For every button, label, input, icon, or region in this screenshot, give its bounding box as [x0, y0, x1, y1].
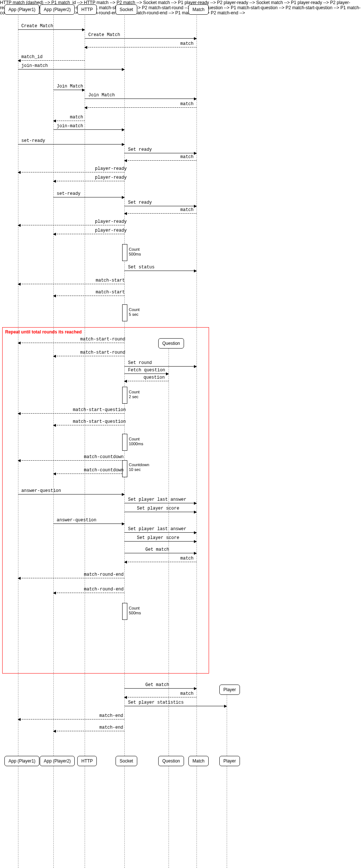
activation-box [122, 603, 127, 620]
msg-label: match [180, 154, 194, 160]
msg-label: answer-question [57, 518, 96, 523]
msg-label: match-countdown [84, 454, 124, 460]
msg-label: match-start-question [73, 407, 126, 412]
msg-label: match-start-round [80, 350, 125, 355]
arrow [53, 90, 85, 90]
participant-p2-bottom: App (Player2) [40, 756, 75, 766]
msg-label: match-end [99, 713, 123, 718]
arrow-return [124, 562, 197, 562]
msg-label: Join Match [88, 93, 115, 98]
note-count: Count5 sec [129, 307, 139, 317]
msg-label: match [70, 115, 83, 120]
participant-socket-bottom: Socket [116, 756, 137, 766]
msg-label: Set player score [137, 535, 179, 540]
arrow-return [18, 413, 124, 414]
activation-box [122, 244, 127, 261]
arrow-return [18, 284, 124, 284]
msg-label: match-end [99, 725, 123, 730]
msg-label: Create Match [21, 24, 53, 29]
arrow [124, 503, 197, 503]
msg-label: match-start [96, 278, 125, 283]
arrow-return [18, 460, 124, 461]
arrow [124, 271, 197, 271]
arrow-return [124, 697, 197, 697]
msg-label: Fetch question [128, 368, 165, 373]
lifeline-player [227, 694, 227, 868]
arrow [18, 494, 124, 494]
activation-box [122, 387, 127, 404]
arrow-return [18, 578, 124, 578]
arrow-return [53, 181, 124, 181]
arrow-return [18, 225, 124, 225]
msg-label: player-ready [95, 219, 127, 224]
arrow-return [53, 731, 124, 731]
arrow-return [124, 160, 197, 161]
msg-label: match-start-question [73, 419, 126, 424]
arrow-return [85, 47, 197, 47]
participant-label: Socket [120, 7, 133, 12]
arrow-return [53, 474, 122, 474]
msg-label: player-ready [95, 166, 127, 171]
msg-label: join-match [21, 63, 48, 68]
sequence-diagram: App (Player1) App (Player2) HTTP Socket … [0, 0, 361, 868]
note-count: Count500ms [129, 247, 141, 257]
participant-match-bottom: Match [188, 756, 209, 766]
msg-label: match-start [96, 290, 125, 295]
arrow [124, 512, 197, 512]
msg-label: Set player score [137, 506, 179, 511]
participant-p1-bottom: App (Player1) [4, 756, 39, 766]
arrow-return [53, 425, 124, 425]
participant-label: HTTP [81, 758, 93, 764]
arrow [53, 524, 124, 524]
arrow-return [18, 60, 85, 61]
arrow-return [124, 213, 197, 214]
msg-label: match-countdown [84, 468, 124, 473]
arrow [124, 706, 227, 706]
participant-http: HTTP [77, 4, 97, 15]
arrow [85, 38, 197, 39]
arrow-return [18, 719, 124, 719]
participant-player: Player [219, 685, 240, 695]
arrow [124, 153, 197, 153]
arrow [124, 541, 197, 542]
msg-label: match [180, 691, 194, 696]
participant-player-bottom: Player [219, 756, 240, 766]
msg-label: question [144, 375, 165, 380]
arrow [18, 144, 124, 144]
msg-label: match-round-end [84, 572, 124, 577]
participant-label: Player [223, 687, 236, 692]
arrow [124, 366, 197, 367]
msg-label: Create Match [88, 32, 120, 37]
msg-label: Set round [128, 360, 152, 365]
msg-label: answer-question [21, 488, 61, 493]
msg-label: set-ready [57, 191, 81, 196]
arrow [53, 129, 124, 130]
msg-label: player-ready [95, 175, 127, 180]
msg-label: match [180, 101, 194, 107]
arrow [18, 69, 124, 69]
msg-label: Set ready [128, 147, 152, 152]
msg-label: match [180, 41, 194, 46]
msg-label: Set player statistics [128, 700, 184, 705]
arrow [124, 553, 197, 553]
msg-label: match-start-round [80, 337, 125, 342]
participant-match: Match [188, 4, 209, 15]
msg-label: join-match [57, 124, 83, 129]
activation-box [122, 434, 127, 451]
msg-label: set-ready [21, 138, 45, 143]
arrow [124, 206, 197, 206]
arrow-return [53, 234, 124, 234]
participant-socket: Socket [116, 4, 137, 15]
msg-label: match [180, 207, 194, 212]
participant-http-bottom: HTTP [77, 756, 97, 766]
participant-question-bottom: Question [158, 756, 184, 766]
participant-label: App (Player2) [44, 7, 71, 12]
msg-label: Set status [128, 265, 155, 270]
arrow-return [53, 121, 85, 121]
arrow [124, 374, 169, 374]
msg-label: Join Match [57, 84, 83, 89]
msg-label: Get match [145, 682, 169, 687]
participant-label: Match [192, 758, 205, 764]
msg-label: match-round-end [84, 587, 124, 592]
arrow-return [18, 172, 124, 172]
